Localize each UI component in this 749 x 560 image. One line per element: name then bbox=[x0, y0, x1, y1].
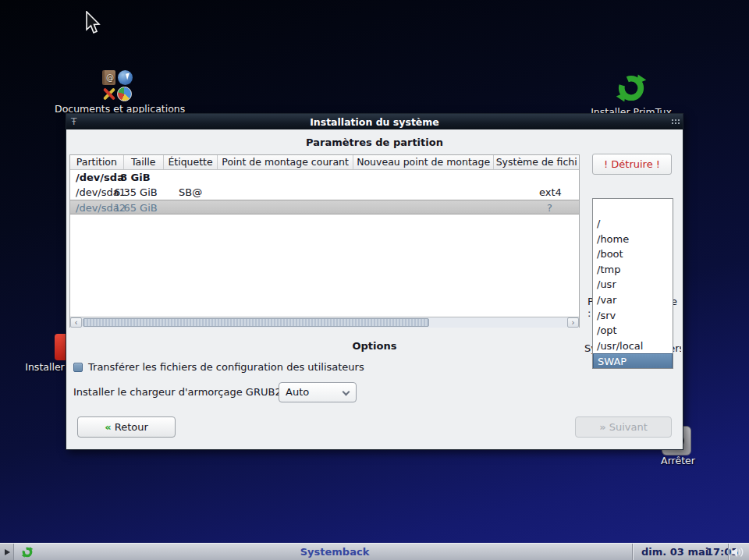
volume-icon[interactable] bbox=[731, 547, 745, 558]
cell-taille: 8 GiB bbox=[120, 170, 151, 185]
desktop-icon-label: Arrêter bbox=[651, 455, 705, 466]
partition-table: Partition Taille Étiquette Point de mont… bbox=[69, 154, 580, 328]
taskbar-date[interactable]: dim. 03 mai bbox=[641, 546, 708, 558]
transfer-config-label: Transférer les fichiers de configuration… bbox=[88, 361, 364, 373]
table-header-row: Partition Taille Étiquette Point de mont… bbox=[70, 155, 579, 170]
list-item[interactable]: /tmp bbox=[593, 262, 673, 278]
table-body: /dev/sda 8 GiB /dev/sda1 6.35 GiB SB@ ex… bbox=[70, 170, 579, 317]
next-chevron-icon: » bbox=[599, 421, 605, 433]
taskbar-window-button[interactable]: Systemback bbox=[39, 546, 630, 558]
grub-label: Installer le chargeur d'armorçage GRUB2 … bbox=[73, 386, 288, 398]
systemback-taskbar-icon[interactable] bbox=[21, 546, 34, 558]
piechart-icon bbox=[117, 87, 132, 101]
addressbook-icon: @ bbox=[102, 70, 115, 85]
table-row-sda2-selected[interactable]: /dev/sda2 1.65 GiB ? bbox=[70, 200, 579, 214]
globe-icon bbox=[118, 70, 133, 85]
taskbar: Systemback dim. 03 mai 17:05 bbox=[0, 543, 749, 560]
back-button-label: Retour bbox=[115, 421, 148, 433]
column-header-montage-courant[interactable]: Point de montage courant bbox=[218, 155, 353, 169]
taskbar-separator bbox=[632, 544, 633, 560]
grub-dropdown-value: Auto bbox=[286, 386, 309, 398]
list-item[interactable]: /boot bbox=[593, 246, 673, 262]
table-row-sda[interactable]: /dev/sda 8 GiB bbox=[70, 170, 579, 185]
page-title: Paramètres de partition bbox=[66, 136, 683, 148]
list-item[interactable]: /usr/local bbox=[593, 338, 673, 354]
column-header-taille[interactable]: Taille bbox=[124, 155, 164, 169]
column-header-partition[interactable]: Partition bbox=[70, 155, 124, 169]
documents-apps-icon: @ bbox=[101, 70, 133, 101]
scroll-right-icon[interactable]: › bbox=[567, 317, 579, 328]
chevron-down-icon bbox=[343, 388, 350, 396]
cell-taille: 1.65 GiB bbox=[114, 200, 158, 215]
scroll-left-icon[interactable]: ‹ bbox=[70, 317, 82, 328]
horizontal-scrollbar[interactable]: ‹ › bbox=[70, 317, 579, 328]
next-button-disabled[interactable]: » Suivant bbox=[575, 416, 672, 438]
taskbar-separator bbox=[728, 544, 729, 560]
list-item[interactable]: /var bbox=[593, 292, 673, 308]
play-arrow-icon bbox=[5, 549, 10, 555]
desktop: @ Documents et applications Installer Pr… bbox=[0, 0, 749, 560]
destroy-button[interactable]: ! Détruire ! bbox=[592, 154, 672, 175]
mount-point-list[interactable]: / /home /boot /tmp /usr /var /srv /opt /… bbox=[592, 198, 673, 369]
transfer-config-checkbox[interactable] bbox=[73, 363, 83, 372]
installation-window: Ŧ Installation du système Paramètres de … bbox=[66, 113, 683, 450]
list-item[interactable]: /opt bbox=[593, 323, 673, 338]
tools-icon bbox=[101, 87, 116, 101]
next-button-label: Suivant bbox=[609, 421, 648, 433]
mouse-cursor bbox=[84, 11, 101, 36]
column-header-nouveau-montage[interactable]: Nouveau point de montage bbox=[353, 155, 494, 169]
cell-systeme-fichiers: ext4 bbox=[539, 185, 562, 200]
table-row-sda1[interactable]: /dev/sda1 6.35 GiB SB@ ext4 bbox=[70, 185, 579, 200]
cell-systeme-fichiers: ? bbox=[547, 200, 552, 215]
systemback-logo-icon bbox=[615, 72, 648, 105]
taskbar-handle[interactable] bbox=[0, 544, 14, 560]
desktop-icon-primtux[interactable]: Installer PrimTux bbox=[584, 72, 678, 118]
list-item[interactable]: /home bbox=[593, 232, 673, 247]
cell-partition: /dev/sda bbox=[76, 170, 124, 185]
column-header-systeme-fichiers[interactable]: Système de fichi bbox=[494, 155, 579, 169]
cell-etiquette: SB@ bbox=[179, 185, 202, 200]
scrollbar-thumb[interactable] bbox=[83, 318, 429, 327]
list-item[interactable]: / bbox=[593, 216, 673, 232]
window-title: Installation du système bbox=[66, 116, 683, 128]
list-item[interactable]: /srv bbox=[593, 308, 673, 324]
back-chevron-icon: « bbox=[105, 421, 111, 433]
grub-dropdown[interactable]: Auto bbox=[279, 382, 357, 402]
window-dots-icon[interactable] bbox=[672, 119, 673, 121]
desktop-icon-arreter[interactable]: Arrêter bbox=[651, 455, 705, 466]
cell-taille: 6.35 GiB bbox=[114, 185, 158, 200]
back-button[interactable]: « Retour bbox=[77, 416, 176, 438]
window-titlebar[interactable]: Ŧ Installation du système bbox=[66, 114, 683, 129]
list-item-selected-swap[interactable]: SWAP bbox=[593, 353, 673, 369]
list-item[interactable]: /usr bbox=[593, 277, 673, 292]
column-header-etiquette[interactable]: Étiquette bbox=[164, 155, 218, 169]
desktop-icon-documents[interactable]: @ Documents et applications bbox=[55, 70, 179, 115]
